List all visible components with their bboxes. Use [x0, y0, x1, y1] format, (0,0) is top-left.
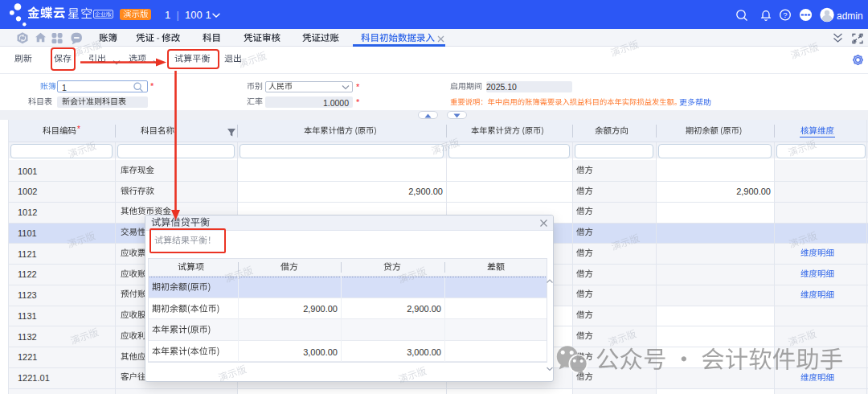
svg-text:?: ?: [783, 10, 787, 19]
